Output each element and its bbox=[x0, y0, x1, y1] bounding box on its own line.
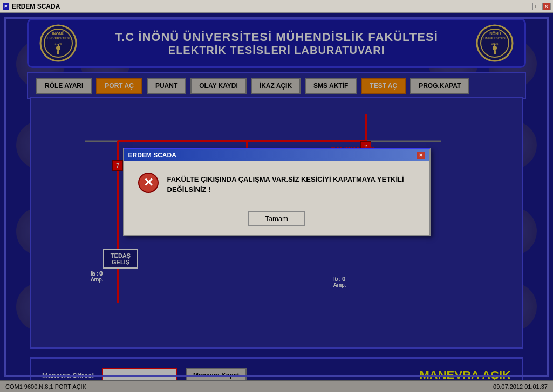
dialog-close-button[interactable]: ✕ bbox=[417, 152, 425, 159]
main-area: İNÖNÜ ÜNİVERSİTESİ 1975 T.C İNÖNÜ ÜNİVER… bbox=[0, 13, 553, 392]
dialog-buttons: Tamam bbox=[124, 205, 429, 235]
dialog-titlebar: ERDEM SCADA ✕ bbox=[124, 149, 429, 161]
error-icon: ✕ bbox=[138, 172, 159, 194]
maximize-button[interactable]: □ bbox=[532, 3, 541, 10]
dialog-content: ✕ FAKÜLTE ÇIKIŞINDA ÇALIŞMA VAR.SİZ KESİ… bbox=[124, 161, 429, 205]
svg-text:✕: ✕ bbox=[144, 176, 153, 189]
dialog-message: FAKÜLTE ÇIKIŞINDA ÇALIŞMA VAR.SİZ KESİCİ… bbox=[167, 172, 416, 194]
app-icon: E bbox=[2, 3, 10, 10]
window-controls[interactable]: _ □ ✕ bbox=[523, 3, 551, 10]
minimize-button[interactable]: _ bbox=[523, 3, 531, 10]
dialog-overlay: ERDEM SCADA ✕ ✕ FAKÜLTE ÇIKIŞINDA ÇALIŞM… bbox=[0, 13, 553, 392]
dialog-title: ERDEM SCADA bbox=[128, 152, 176, 159]
svg-text:E: E bbox=[4, 4, 8, 9]
app-title: E ERDEM SCADA bbox=[2, 3, 60, 10]
error-dialog: ERDEM SCADA ✕ ✕ FAKÜLTE ÇIKIŞINDA ÇALIŞM… bbox=[123, 148, 431, 235]
title-bar: E ERDEM SCADA _ □ ✕ bbox=[0, 0, 553, 13]
dialog-ok-button[interactable]: Tamam bbox=[248, 211, 305, 226]
close-button[interactable]: ✕ bbox=[542, 3, 551, 10]
